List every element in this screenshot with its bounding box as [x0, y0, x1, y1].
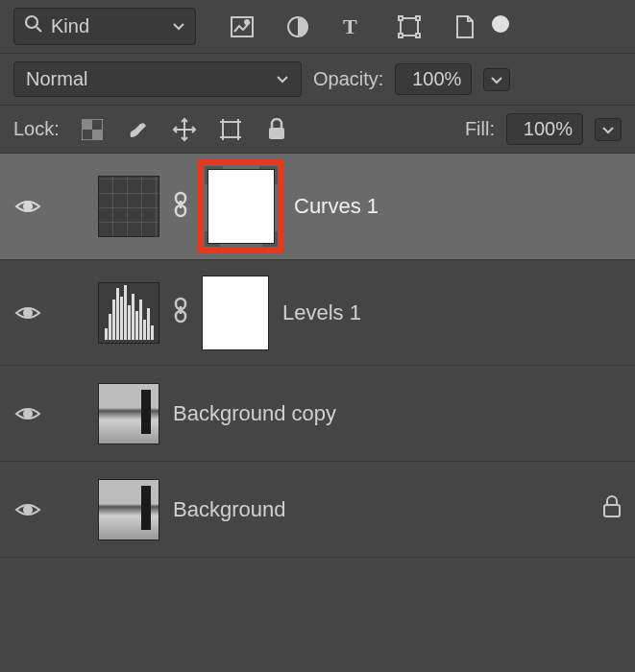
lock-position-icon[interactable]	[169, 114, 200, 145]
layer-name[interactable]: Levels 1	[282, 300, 361, 325]
blend-mode-dropdown[interactable]: Normal	[13, 61, 302, 97]
blend-row: Normal Opacity: 100%	[0, 54, 635, 106]
link-icon[interactable]	[173, 191, 188, 223]
blend-mode-label: Normal	[26, 68, 87, 90]
svg-point-26	[24, 203, 32, 210]
lock-icon[interactable]	[602, 495, 622, 523]
svg-point-0	[26, 16, 37, 28]
filter-type-layer-icon[interactable]: T	[338, 12, 369, 42]
fill-label: Fill:	[465, 118, 495, 140]
link-icon[interactable]	[173, 297, 188, 328]
layer-curves-1[interactable]: Curves 1	[0, 154, 635, 260]
lock-artboard-icon[interactable]	[215, 114, 246, 145]
visibility-icon[interactable]	[13, 404, 42, 423]
layers-panel: Kind T Normal	[0, 0, 635, 672]
svg-rect-12	[82, 119, 92, 130]
svg-rect-16	[223, 122, 238, 137]
layer-mask[interactable]	[202, 276, 269, 350]
lock-paint-icon[interactable]	[123, 114, 154, 145]
lock-all-icon[interactable]	[261, 114, 292, 145]
fill-dropdown-button[interactable]	[595, 118, 622, 141]
filter-shape-icon[interactable]	[394, 12, 425, 42]
visibility-icon[interactable]	[13, 500, 42, 519]
filter-toggle[interactable]	[492, 15, 509, 33]
svg-rect-9	[399, 34, 403, 37]
svg-rect-2	[232, 17, 253, 36]
filter-type-dropdown[interactable]: Kind	[13, 8, 196, 45]
adjustment-thumb-curves[interactable]	[98, 176, 159, 237]
chevron-down-icon	[172, 15, 185, 37]
filter-pixel-icon[interactable]	[227, 12, 257, 42]
layer-thumbnail[interactable]	[98, 383, 159, 444]
layer-name[interactable]: Background copy	[173, 401, 336, 426]
adjustment-thumb-levels[interactable]	[98, 282, 159, 344]
chevron-down-icon	[276, 68, 289, 90]
opacity-value[interactable]: 100%	[395, 63, 472, 95]
layer-background[interactable]: Background	[0, 462, 635, 558]
filter-smartobject-icon[interactable]	[450, 12, 480, 42]
search-icon	[24, 14, 43, 38]
layer-name[interactable]: Curves 1	[294, 194, 379, 219]
filter-adjustment-icon[interactable]	[282, 12, 313, 42]
filter-row: Kind T	[0, 0, 635, 54]
opacity-label: Opacity:	[313, 68, 383, 90]
filter-type-label: Kind	[51, 15, 89, 37]
layer-background-copy[interactable]: Background copy	[0, 366, 635, 462]
svg-rect-25	[269, 128, 284, 139]
svg-point-35	[24, 506, 32, 514]
layer-thumbnail[interactable]	[98, 479, 159, 540]
filter-icons: T	[227, 12, 480, 42]
fill-value[interactable]: 100%	[506, 113, 583, 145]
layer-name[interactable]: Background	[173, 497, 285, 522]
svg-rect-8	[416, 16, 420, 20]
opacity-dropdown-button[interactable]	[483, 68, 510, 91]
svg-rect-13	[92, 130, 103, 140]
layer-levels-1[interactable]: Levels 1	[0, 260, 635, 366]
lock-row: Lock: Fill: 100%	[0, 106, 635, 154]
svg-text:T: T	[343, 16, 357, 37]
layer-list: Curves 1 Levels 1 Background cop	[0, 154, 635, 558]
svg-point-34	[24, 410, 32, 418]
visibility-icon[interactable]	[13, 197, 42, 216]
lock-transparency-icon[interactable]	[77, 114, 108, 145]
svg-rect-36	[604, 505, 620, 516]
svg-rect-10	[416, 34, 420, 37]
svg-line-1	[37, 27, 41, 32]
svg-point-30	[24, 309, 32, 317]
layer-mask-highlighted[interactable]	[198, 159, 284, 253]
svg-point-3	[245, 20, 249, 24]
visibility-icon[interactable]	[13, 303, 42, 323]
svg-rect-7	[399, 16, 403, 20]
lock-label: Lock:	[13, 118, 60, 140]
